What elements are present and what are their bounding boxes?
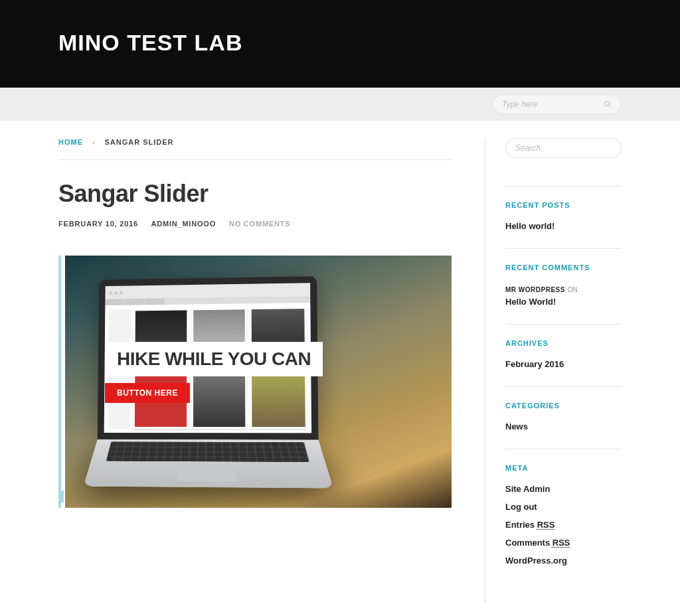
sidebar: RECENT POSTS Hello world! RECENT COMMENT… xyxy=(485,138,622,603)
widget-title-archives: ARCHIVES xyxy=(505,339,622,347)
chevron-right-icon: › xyxy=(92,139,95,146)
widget-recent-comments: RECENT COMMENTS MR WORDPRESS ON Hello Wo… xyxy=(505,248,622,307)
category-link[interactable]: News xyxy=(505,422,622,431)
sidebar-search-input[interactable] xyxy=(515,143,616,153)
widget-recent-posts: RECENT POSTS Hello world! xyxy=(505,186,622,231)
breadcrumb-home[interactable]: HOME xyxy=(58,138,83,146)
widget-archives: ARCHIVES February 2016 xyxy=(505,324,622,369)
breadcrumb: HOME › SANGAR SLIDER xyxy=(58,138,452,160)
comment-author[interactable]: MR WORDPRESS xyxy=(505,286,565,293)
svg-line-1 xyxy=(609,106,611,108)
slider[interactable]: HIKE WHILE YOU CAN BUTTON HERE xyxy=(58,256,452,508)
sidebar-search[interactable] xyxy=(505,138,622,158)
widget-title-recent-comments: RECENT COMMENTS xyxy=(505,264,622,271)
comment-target-link[interactable]: Hello World! xyxy=(505,297,622,307)
slide-caption-text: HIKE WHILE YOU CAN xyxy=(105,342,323,376)
nav-search[interactable] xyxy=(492,94,622,114)
meta-site-admin[interactable]: Site Admin xyxy=(505,484,622,494)
meta-wordpress-org[interactable]: WordPress.org xyxy=(505,556,622,566)
post-title: Sangar Slider xyxy=(58,180,452,208)
nav-search-input[interactable] xyxy=(502,100,604,109)
nav-bar xyxy=(0,88,680,121)
slider-indicator xyxy=(61,491,64,502)
recent-post-link[interactable]: Hello world! xyxy=(505,221,622,231)
meta-log-out[interactable]: Log out xyxy=(505,502,622,512)
svg-point-0 xyxy=(605,102,610,106)
search-icon xyxy=(604,100,612,108)
widget-meta: META Site Admin Log out Entries RSS Comm… xyxy=(505,449,622,566)
meta-entries-rss[interactable]: Entries RSS xyxy=(505,520,622,530)
post-author[interactable]: ADMIN_MINOOO xyxy=(151,220,216,228)
breadcrumb-current: SANGAR SLIDER xyxy=(104,138,173,146)
widget-categories: CATEGORIES News xyxy=(505,386,622,431)
site-title[interactable]: MINO TEST LAB xyxy=(58,30,622,56)
slide-image: HIKE WHILE YOU CAN BUTTON HERE xyxy=(65,256,452,508)
post-comments[interactable]: NO COMMENTS xyxy=(229,220,291,228)
slide-button[interactable]: BUTTON HERE xyxy=(105,383,190,403)
post-date: FEBRUARY 10, 2016 xyxy=(58,220,138,228)
widget-title-recent-posts: RECENT POSTS xyxy=(505,201,622,209)
meta-comments-rss[interactable]: Comments RSS xyxy=(505,538,622,548)
comment-on-label: ON xyxy=(568,286,578,293)
main-content: HOME › SANGAR SLIDER Sangar Slider FEBRU… xyxy=(58,138,485,603)
widget-title-meta: META xyxy=(505,464,622,472)
archive-link[interactable]: February 2016 xyxy=(505,359,622,369)
post-meta: FEBRUARY 10, 2016 ADMIN_MINOOO NO COMMEN… xyxy=(58,220,452,228)
widget-title-categories: CATEGORIES xyxy=(505,402,622,410)
